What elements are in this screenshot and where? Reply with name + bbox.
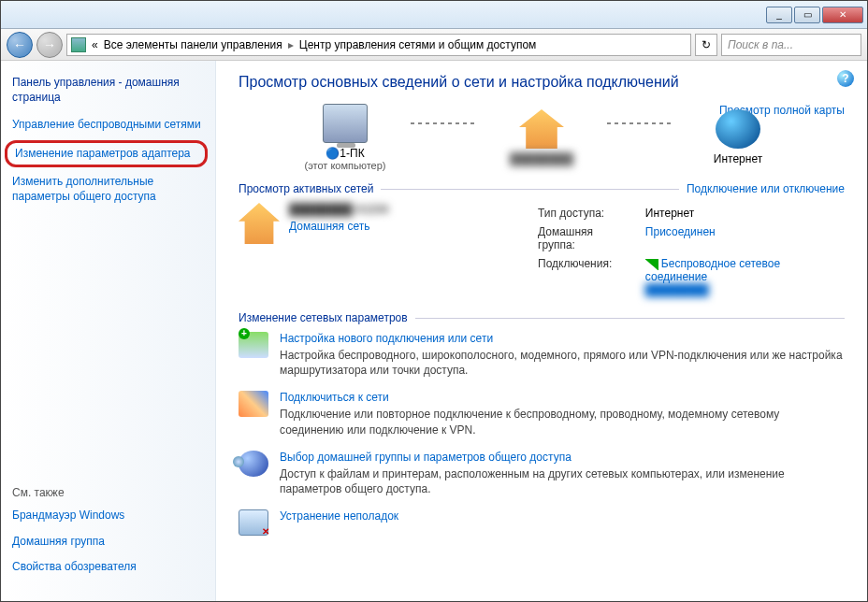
- navbar: ← → « Все элементы панели управления ▸ Ц…: [1, 29, 867, 61]
- seealso-homegroup[interactable]: Домашняя группа: [12, 535, 204, 550]
- address-bar[interactable]: « Все элементы панели управления ▸ Центр…: [66, 34, 691, 56]
- prop-conn-ssid[interactable]: ████████: [645, 283, 709, 296]
- task-title[interactable]: Настройка нового подключения или сети: [280, 332, 845, 345]
- prop-homegroup-key: Домашняя группа:: [532, 223, 638, 253]
- task-troubleshoot: Устранение неполадок: [239, 509, 845, 536]
- sidebar: Панель управления - домашняя страница Уп…: [1, 61, 216, 601]
- breadcrumb-sep: ▸: [288, 38, 294, 51]
- node-pc: 🔵1-ПК (этот компьютер): [280, 104, 411, 171]
- task-list: Настройка нового подключения или сети На…: [239, 332, 845, 536]
- pc-name: 🔵1-ПК: [280, 147, 411, 160]
- help-icon[interactable]: ?: [837, 70, 854, 87]
- node-internet: Интернет: [673, 109, 803, 165]
- globe-icon: [716, 109, 760, 149]
- connect-icon: [239, 391, 268, 417]
- see-also-title: См. также: [12, 486, 204, 499]
- network-properties: Тип доступа:Интернет Домашняя группа:При…: [530, 203, 845, 300]
- task-homegroup: Выбор домашней группы и параметров общег…: [239, 451, 845, 496]
- active-networks-section: Просмотр активных сетей Подключение или …: [239, 182, 845, 300]
- task-title[interactable]: Подключиться к сети: [280, 391, 845, 404]
- page-title: Просмотр основных сведений о сети и наст…: [239, 74, 845, 91]
- task-desc: Доступ к файлам и принтерам, расположенн…: [280, 466, 845, 496]
- change-settings-title: Изменение сетевых параметров: [239, 311, 408, 324]
- search-input[interactable]: Поиск в па...: [721, 34, 861, 56]
- back-button[interactable]: ←: [7, 32, 33, 58]
- maximize-button[interactable]: ▭: [794, 7, 820, 23]
- prop-homegroup-val[interactable]: Присоединен: [640, 223, 843, 253]
- sidebar-link-wireless[interactable]: Управление беспроводными сетями: [12, 118, 204, 133]
- pc-sub: (этот компьютер): [280, 160, 411, 171]
- change-settings-section: Изменение сетевых параметров Настройка н…: [239, 311, 845, 536]
- sidebar-home-link[interactable]: Панель управления - домашняя страница: [12, 76, 204, 105]
- task-title[interactable]: Устранение неполадок: [280, 509, 398, 523]
- task-desc: Подключение или повторное подключение к …: [280, 407, 845, 437]
- prop-access-val: Интернет: [640, 205, 843, 222]
- network-type-link[interactable]: Домашняя сеть: [289, 220, 388, 233]
- new-connection-icon: [239, 332, 268, 358]
- network-map: 🔵1-ПК (этот компьютер) ████████ Интернет: [239, 104, 845, 171]
- network-name: ████████ A1234: [289, 203, 388, 216]
- seealso-firewall[interactable]: Брандмауэр Windows: [12, 509, 204, 523]
- divider: [415, 318, 845, 319]
- network-house-icon: [239, 203, 280, 244]
- crumb-prefix: «: [92, 38, 98, 51]
- location-icon: [71, 37, 86, 52]
- homegroup-icon: [239, 451, 268, 477]
- seealso-browser[interactable]: Свойства обозревателя: [12, 560, 204, 575]
- sidebar-link-adapter[interactable]: Изменение параметров адаптера: [15, 147, 197, 162]
- forward-button[interactable]: →: [36, 32, 63, 58]
- task-new-connection: Настройка нового подключения или сети На…: [239, 332, 845, 378]
- breadcrumb-2[interactable]: Центр управления сетями и общим доступом: [299, 38, 537, 51]
- internet-label: Интернет: [673, 152, 803, 165]
- prop-conn-key: Подключения:: [532, 255, 638, 298]
- titlebar: _ ▭ ✕: [1, 1, 867, 29]
- breadcrumb-1[interactable]: Все элементы панели управления: [104, 38, 282, 51]
- active-networks-title: Просмотр активных сетей: [239, 182, 373, 195]
- connect-disconnect-link[interactable]: Подключение или отключение: [687, 182, 845, 195]
- troubleshoot-icon: [239, 509, 268, 536]
- window: _ ▭ ✕ ← → « Все элементы панели управлен…: [0, 0, 868, 602]
- close-button[interactable]: ✕: [822, 7, 863, 23]
- prop-conn-val[interactable]: Беспроводное сетевое соединение: [645, 257, 780, 283]
- router-name: ████████: [476, 152, 607, 165]
- refresh-button[interactable]: ↻: [695, 34, 717, 56]
- divider: [381, 189, 679, 190]
- node-router: ████████: [476, 109, 607, 165]
- house-icon: [519, 109, 564, 149]
- body: Панель управления - домашняя страница Уп…: [1, 61, 867, 601]
- sidebar-link-sharing[interactable]: Изменить дополнительные параметры общего…: [12, 175, 204, 204]
- see-also: См. также Брандмауэр Windows Домашняя гр…: [12, 486, 204, 586]
- task-desc: Настройка беспроводного, широкополосного…: [280, 348, 845, 378]
- prop-access-key: Тип доступа:: [532, 205, 638, 222]
- connection-line-1: [411, 122, 476, 124]
- network-detail: ████████ A1234 Домашняя сеть Тип доступа…: [239, 203, 845, 300]
- main-content: ? Просмотр основных сведений о сети и на…: [216, 61, 867, 601]
- minimize-button[interactable]: _: [766, 7, 792, 23]
- signal-icon: [645, 259, 658, 270]
- task-title[interactable]: Выбор домашней группы и параметров общег…: [280, 451, 845, 464]
- highlight-annotation: Изменение параметров адаптера: [5, 140, 208, 168]
- computer-icon: [323, 104, 368, 143]
- connection-line-2: [607, 122, 673, 124]
- task-connect: Подключиться к сети Подключение или повт…: [239, 391, 845, 437]
